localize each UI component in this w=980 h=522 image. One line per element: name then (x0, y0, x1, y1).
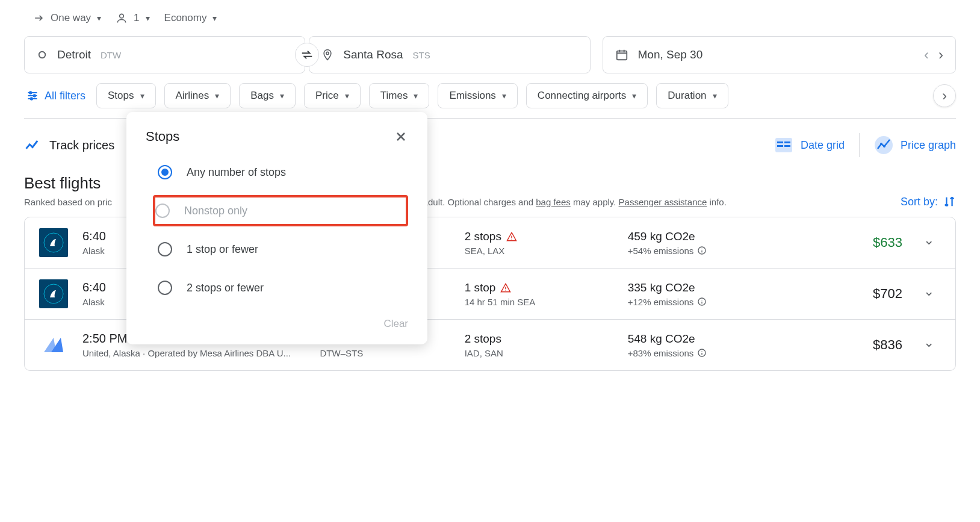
scroll-filters-right[interactable] (933, 84, 956, 107)
stops-count: 2 stops (465, 230, 613, 243)
sub-apply: may apply. (571, 197, 619, 207)
date-grid-icon (774, 135, 793, 155)
radio-2-stops[interactable]: 2 stops or fewer (155, 272, 408, 303)
emissions: 335 kg CO2e (628, 281, 795, 294)
chevron-right-icon (942, 87, 947, 104)
svg-point-4 (29, 92, 31, 93)
warning-icon (506, 231, 517, 242)
emissions-detail: +12% emissions (628, 297, 795, 307)
popover-title: Stops (146, 129, 179, 144)
calendar-icon (615, 48, 628, 61)
stops-col: 2 stops IAD, SAN (465, 332, 613, 358)
stops-text: 2 stops (465, 332, 501, 346)
swap-button[interactable] (295, 43, 319, 67)
stops-detail: 14 hr 51 min SEA (465, 297, 613, 307)
radio-icon (158, 281, 172, 295)
expand-button[interactable] (917, 235, 941, 250)
info-icon[interactable] (697, 297, 707, 306)
cabin-label: Economy (164, 12, 207, 24)
date-next[interactable] (938, 46, 943, 63)
cabin-selector[interactable]: Economy (164, 12, 217, 24)
origin-dest-group: Detroit DTW Santa Rosa STS (24, 36, 591, 73)
airline-name: United, Alaska · Operated by Mesa Airlin… (82, 348, 306, 358)
chevron-down-icon (632, 90, 636, 102)
radio-1-stop[interactable]: 1 stop or fewer (155, 234, 408, 265)
expand-button[interactable] (917, 337, 941, 353)
filter-chip-airlines[interactable]: Airlines (164, 83, 231, 108)
arrow-right-icon (33, 12, 45, 24)
radio-any-stops[interactable]: Any number of stops (155, 157, 408, 188)
expand-button[interactable] (917, 286, 941, 302)
passengers-count: 1 (134, 12, 139, 24)
sub-prefix: Ranked based on pric (24, 197, 112, 207)
origin-icon (37, 49, 48, 60)
emissions-detail: +54% emissions (628, 246, 795, 256)
svg-rect-9 (784, 141, 790, 143)
svg-rect-3 (616, 51, 627, 60)
origin-city: Detroit (57, 48, 91, 61)
person-icon (116, 12, 128, 24)
filter-chip-connecting[interactable]: Connecting airports (526, 83, 648, 108)
sort-button[interactable]: Sort by: (901, 195, 956, 208)
origin-input[interactable]: Detroit DTW (24, 36, 305, 73)
price-col: $702 (810, 286, 902, 302)
emis-text: +83% emissions (628, 348, 694, 358)
sub-mid: 1 adult. Optional charges and (415, 197, 536, 207)
price: $836 (810, 337, 902, 353)
chevron-down-icon (713, 90, 717, 102)
svg-point-13 (880, 143, 882, 145)
filter-chip-stops[interactable]: Stops (96, 83, 155, 108)
passengers-selector[interactable]: 1 (116, 12, 149, 24)
clear-button[interactable]: Clear (383, 318, 408, 329)
svg-point-0 (120, 14, 124, 18)
chevron-down-icon (414, 90, 418, 102)
chevron-down-icon (140, 90, 144, 102)
airline-logo (39, 331, 68, 359)
origin-code: DTW (101, 50, 121, 60)
sort-label: Sort by: (901, 196, 938, 208)
emissions-col: 335 kg CO2e +12% emissions (628, 281, 795, 307)
passenger-assist-link[interactable]: Passenger assistance (619, 197, 707, 207)
svg-point-1 (39, 52, 46, 58)
date-input[interactable]: Mon, Sep 30 (603, 36, 957, 73)
price: $633 (810, 235, 902, 250)
emis-text: +12% emissions (628, 297, 694, 307)
stops-radio-group: Any number of stops Nonstop only 1 stop … (146, 157, 408, 303)
chip-label: Price (315, 90, 339, 102)
date-label: Mon, Sep 30 (638, 48, 703, 61)
dest-input[interactable]: Santa Rosa STS (309, 36, 590, 73)
track-label: Track prices (49, 138, 114, 152)
date-prev[interactable] (924, 46, 929, 63)
svg-rect-11 (784, 145, 790, 147)
trip-options-row: One way 1 Economy (24, 12, 956, 24)
info-icon[interactable] (697, 246, 707, 255)
svg-rect-8 (777, 141, 783, 143)
chevron-down-icon (146, 12, 150, 24)
date-grid-button[interactable]: Date grid (774, 135, 845, 155)
trip-type-label: One way (51, 12, 91, 24)
track-prices[interactable]: Track prices (24, 137, 114, 154)
search-row: Detroit DTW Santa Rosa STS Mon, Sep 30 (24, 36, 956, 73)
trip-type-selector[interactable]: One way (33, 12, 101, 24)
filter-chip-duration[interactable]: Duration (656, 83, 728, 108)
bag-fees-link[interactable]: bag fees (536, 197, 571, 207)
filter-chip-price[interactable]: Price (304, 83, 361, 108)
all-filters-button[interactable]: All filters (24, 85, 88, 107)
popover-close-button[interactable] (394, 129, 408, 144)
radio-label: 2 stops or fewer (187, 282, 264, 294)
price: $702 (810, 286, 902, 302)
filter-chip-emissions[interactable]: Emissions (438, 83, 517, 108)
warning-icon (500, 282, 511, 293)
radio-icon (158, 165, 172, 179)
airline-logo (39, 228, 68, 257)
radio-nonstop[interactable]: Nonstop only (153, 195, 408, 226)
svg-point-5 (34, 95, 36, 96)
price-graph-icon (874, 135, 893, 155)
filters-row: All filters Stops Airlines Bags Price Ti… (24, 83, 956, 108)
info-icon[interactable] (697, 348, 707, 358)
filter-chip-bags[interactable]: Bags (239, 83, 296, 108)
price-graph-button[interactable]: Price graph (874, 135, 956, 155)
svg-point-6 (31, 98, 33, 99)
emis-text: +54% emissions (628, 246, 694, 256)
filter-chip-times[interactable]: Times (369, 83, 430, 108)
